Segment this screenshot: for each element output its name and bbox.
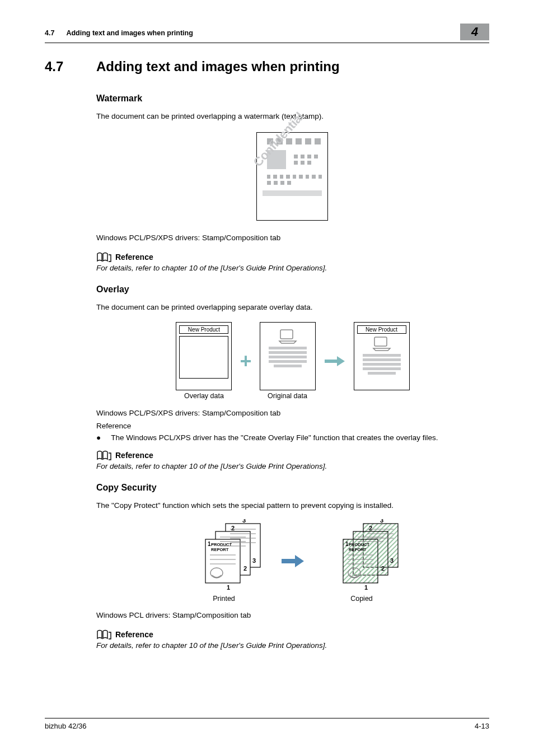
computer-icon [277,329,298,344]
reference-icon [96,629,112,640]
svg-rect-1 [374,337,387,346]
svg-text:3: 3 [242,519,246,524]
reference-label: Reference [115,630,153,639]
svg-text:REPORT: REPORT [349,547,367,552]
reference-icon [96,251,112,263]
header-left: 4.7 Adding text and images when printing [45,24,193,37]
watermark-heading: Watermark [96,94,489,104]
original-data-page [260,322,316,390]
copy-caption-right: Copied [350,595,373,603]
overlay-drivers-line: Windows PCL/PS/XPS drivers: Stamp/Compos… [96,408,489,419]
watermark-figure: Confidential [256,132,329,221]
svg-text:2: 2 [369,525,372,531]
svg-text:PRODUCT: PRODUCT [211,542,232,547]
bullet-dot-icon: ● [96,433,101,442]
printed-stack-illustration: 3 2 1 PRODUCT REPORT 3 2 1 [182,519,266,592]
reference-label: Reference [115,451,153,460]
header-section-text: Adding text and images when printing [66,29,193,37]
plus-icon: + [240,354,251,368]
copy-security-drivers-line: Windows PCL drivers: Stamp/Composition t… [96,610,489,621]
overlay-box-label: New Product [179,325,228,334]
section-heading: Adding text and images when printing [96,59,340,74]
svg-rect-0 [280,330,293,339]
overlay-reference-block: Reference For details, refer to chapter … [96,450,489,470]
reference-icon [96,450,112,461]
chapter-number: 4 [471,25,478,39]
arrow-right-icon [324,354,346,368]
chapter-number-box: 4 [460,24,489,40]
overlay-reference-text: For details, refer to chapter 10 of the … [96,462,489,470]
svg-text:1: 1 [227,584,230,591]
watermark-drivers-line: Windows PCL/PS/XPS drivers: Stamp/Compos… [96,233,489,244]
copy-security-heading: Copy Security [96,483,489,493]
copy-security-desc: The "Copy Protect" function which sets t… [96,501,489,511]
result-page: New Product [354,322,410,390]
overlay-bullet-text: The Windows PCL/XPS driver has the "Crea… [111,433,438,442]
computer-icon [371,336,392,352]
watermark-page-illustration: Confidential [256,132,328,221]
result-box-label: New Product [357,325,406,334]
svg-text:2: 2 [381,565,385,572]
overlay-bullet: ● The Windows PCL/XPS driver has the "Cr… [96,433,489,442]
overlay-caption-mid: Original data [268,392,307,400]
overlay-desc: The document can be printed overlapping … [96,302,489,313]
copy-security-figure: 3 2 1 PRODUCT REPORT 3 2 1 Pri [96,519,489,603]
header-section-number: 4.7 [45,29,54,37]
overlay-figure: New Product Overlay data + Original data [96,322,489,400]
svg-text:3: 3 [390,557,394,564]
copy-caption-left: Printed [213,595,235,603]
section-number: 4.7 [45,59,96,74]
section-title: 4.7 Adding text and images when printing [45,59,489,74]
running-header: 4.7 Adding text and images when printing… [45,24,489,43]
svg-text:REPORT: REPORT [211,547,229,552]
arrow-right-icon [280,554,305,568]
overlay-caption-left: Overlay data [184,392,224,400]
copied-stack-illustration: 3 2 1 PRODUCT REPORT 3 2 1 [320,519,404,592]
svg-text:PRODUCT: PRODUCT [349,542,370,547]
footer-page: 4-13 [475,722,489,730]
overlay-data-page: New Product [176,322,232,390]
copy-security-reference-block: Reference For details, refer to chapter … [96,629,489,650]
footer-product: bizhub 42/36 [45,722,86,730]
svg-text:3: 3 [252,557,256,564]
svg-text:1: 1 [364,584,368,591]
page-footer: bizhub 42/36 4-13 [45,718,489,730]
svg-text:2: 2 [231,525,235,531]
svg-text:3: 3 [380,519,383,524]
watermark-reference-block: Reference For details, refer to chapter … [96,251,489,272]
watermark-reference-text: For details, refer to chapter 10 of the … [96,264,489,272]
svg-text:2: 2 [243,565,247,572]
overlay-reference-word: Reference [96,421,489,432]
overlay-heading: Overlay [96,284,489,295]
reference-label: Reference [115,253,153,262]
copy-security-reference-text: For details, refer to chapter 10 of the … [96,641,489,650]
